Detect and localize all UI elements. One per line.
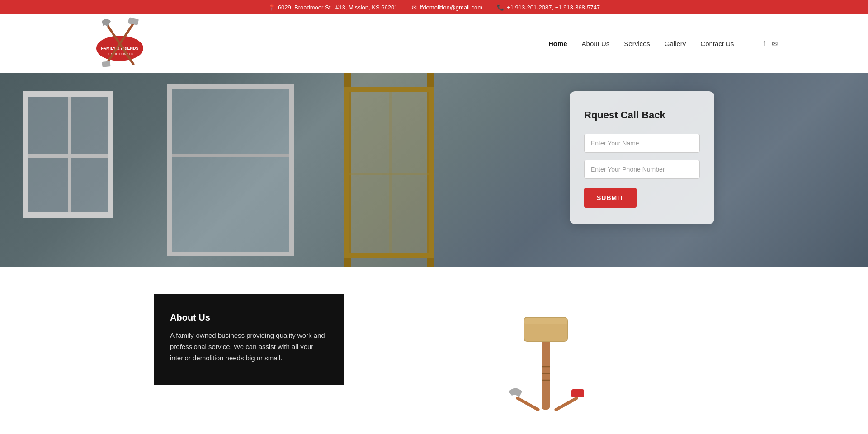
window-mid-pane	[172, 154, 289, 157]
about-card: About Us A family-owned business providi…	[154, 294, 344, 385]
email-icon: ✉	[412, 4, 417, 11]
nav-gallery[interactable]: Gallery	[665, 40, 686, 47]
svg-line-15	[556, 398, 576, 410]
hero-section: Rquest Call Back SUBMIT	[0, 73, 868, 267]
logo: FAMILY & FRIENDS DEMOLITION LLC	[90, 14, 149, 73]
svg-text:DEMOLITION LLC: DEMOLITION LLC	[107, 52, 133, 56]
svg-rect-16	[571, 389, 584, 397]
mail-icon[interactable]: ✉	[772, 39, 778, 48]
window-left	[23, 91, 113, 218]
svg-rect-6	[102, 61, 111, 67]
nav-social-icons: f ✉	[756, 39, 778, 48]
svg-rect-7	[542, 331, 550, 410]
location-icon: 📍	[268, 4, 275, 11]
phone-text: +1 913-201-2087, +1 913-368-5747	[507, 4, 600, 11]
hammer-illustration	[484, 294, 610, 421]
phone-item: 📞 +1 913-201-2087, +1 913-368-5747	[497, 4, 600, 11]
svg-rect-5	[128, 17, 139, 25]
nav-home[interactable]: Home	[548, 40, 567, 47]
email-text: ffdemolition@gmail.com	[420, 4, 482, 11]
nav-services[interactable]: Services	[624, 40, 650, 47]
about-image-area	[380, 294, 714, 421]
phone-icon: 📞	[497, 4, 504, 11]
logo-area: FAMILY & FRIENDS DEMOLITION LLC	[90, 14, 149, 73]
nav-about[interactable]: About Us	[582, 40, 610, 47]
svg-text:FAMILY & FRIENDS: FAMILY & FRIENDS	[101, 46, 138, 51]
svg-line-14	[518, 398, 538, 410]
about-section: About Us A family-owned business providi…	[0, 267, 868, 434]
window-mid	[167, 84, 294, 256]
name-input[interactable]	[584, 134, 700, 153]
submit-button[interactable]: SUBMIT	[584, 188, 637, 208]
callback-title: Rquest Call Back	[584, 109, 700, 121]
callback-card: Rquest Call Back SUBMIT	[570, 91, 714, 224]
phone-input[interactable]	[584, 160, 700, 179]
nav-contact[interactable]: Contact Us	[700, 40, 734, 47]
header: FAMILY & FRIENDS DEMOLITION LLC Home Abo…	[0, 14, 868, 73]
top-bar: 📍 6029, Broadmoor St.. #13, Mission, KS …	[0, 0, 868, 14]
facebook-icon[interactable]: f	[764, 40, 765, 48]
address-item: 📍 6029, Broadmoor St.. #13, Mission, KS …	[268, 4, 398, 11]
hero-room-decor	[0, 73, 868, 267]
address-text: 6029, Broadmoor St.. #13, Mission, KS 66…	[278, 4, 398, 11]
door-panel	[344, 87, 434, 258]
about-text: A family-owned business providing qualit…	[170, 330, 327, 364]
main-nav: Home About Us Services Gallery Contact U…	[548, 39, 778, 48]
email-item: ✉ ffdemolition@gmail.com	[412, 4, 482, 11]
svg-rect-13	[524, 318, 567, 324]
about-title: About Us	[170, 313, 327, 323]
